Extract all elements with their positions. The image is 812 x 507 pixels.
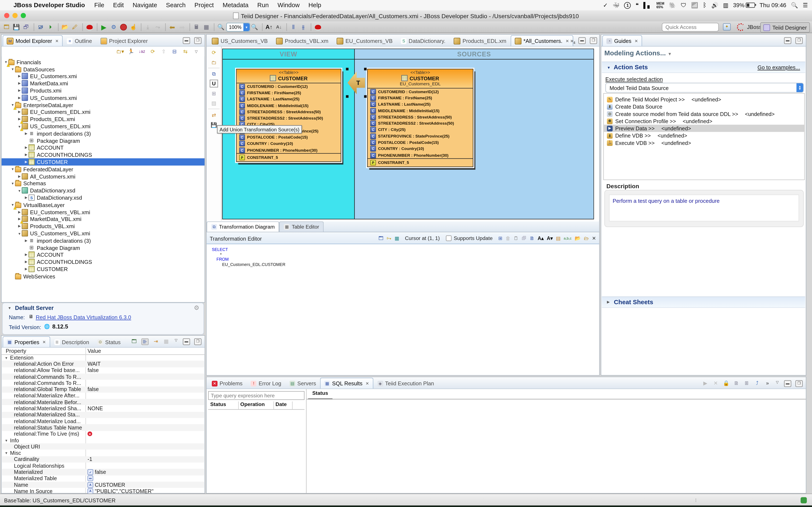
tree-item-virtualbaselayer-20[interactable]: ▼VirtualBaseLayer [1, 201, 204, 209]
expand-closed-icon[interactable]: ▶ [17, 89, 22, 93]
group-collapse-icon[interactable]: ▼ [5, 356, 8, 359]
open-folder-button[interactable]: 📂 [61, 22, 69, 32]
up-button[interactable]: ⇧ [159, 49, 168, 54]
expand-open-icon[interactable]: ▼ [10, 182, 15, 185]
add-transformation-source-icon[interactable]: ⊞ [209, 89, 218, 97]
tree-item-eu-customers-xmi-2[interactable]: ▶EU_Customers.xmi [1, 73, 204, 80]
align-horizontal-button[interactable]: ⫴ [289, 22, 298, 32]
reconcile-transformation-icon[interactable]: ⇄ [209, 111, 218, 119]
export-sql-icon[interactable]: 🗁 [584, 235, 589, 241]
results-overflow-icon[interactable]: » [764, 380, 770, 387]
table-column-phonenumber[interactable]: CPHONENUMBER : PhoneNumber(30) [368, 152, 473, 158]
font-increase-button[interactable]: A↑ [264, 22, 273, 32]
action-set-dropdown[interactable]: Model Teiid Data Source ▲▼ [605, 83, 804, 93]
execute-selected-action-link[interactable]: Execute selected action [605, 76, 663, 82]
property-row-info-13[interactable]: ▼Info [1, 437, 204, 443]
menu-clock[interactable]: Thu 09:46 [760, 2, 786, 8]
menu-help[interactable]: Help [308, 1, 321, 9]
property-row-cardinality-16[interactable]: Cardinality-1 [1, 456, 204, 463]
editor-maximize-icon[interactable]: ❒ [590, 37, 597, 44]
save-button[interactable]: 💾 [12, 22, 21, 32]
view-customer-table[interactable]: <<Table>> CUSTOMER CCUSTOMERID : Custome… [236, 69, 341, 162]
tree-item-import-declarations-3-25[interactable]: ▶≣import declarations (3) [1, 237, 204, 244]
debug-button[interactable]: 🞂 [46, 22, 55, 32]
action-sets-section[interactable]: ▼ Action Sets Go to examples... [602, 61, 805, 73]
property-row-relational-time-to-live-ms-12[interactable]: relational:Time To Live (ms)✕ [1, 431, 204, 437]
tree-item-eu-customers-edl-xmi-7[interactable]: ▶EU_Customers_EDL.xmi [1, 108, 204, 116]
show-advanced-button[interactable]: ⇥ [153, 338, 159, 345]
property-row-relational-action-on-error-1[interactable]: relational:Action On ErrorWAIT [1, 361, 204, 367]
expand-open-icon[interactable]: ▼ [10, 67, 15, 71]
tree-item-datasources-1[interactable]: ▼DataSources [1, 66, 204, 73]
new-property-button[interactable]: 🗔 [131, 338, 137, 345]
tree-item-account-27[interactable]: ▶ACCOUNT [1, 251, 204, 258]
up-package-icon[interactable]: 🗀 [209, 58, 218, 66]
console-button[interactable]: 🖳 [36, 22, 45, 32]
modeling-actions-header[interactable]: Modeling Actions... ▼ [604, 49, 672, 57]
property-value[interactable]: ACUSTOMER [88, 482, 125, 488]
editor-minimize-icon[interactable]: ▬ [578, 37, 586, 44]
table-column-country[interactable]: CCOUNTRY : Country(10) [368, 146, 473, 152]
dropdown-stepper-icon[interactable]: ▲▼ [797, 83, 803, 92]
close-editor-icon[interactable]: ✕ [592, 235, 596, 241]
redhat-docs-button[interactable] [313, 22, 322, 32]
table-column-phonenumber[interactable]: CPHONENUMBER : PhoneNumber(30) [237, 147, 341, 153]
table-column-firstname[interactable]: CFIRSTNAME : FirstName(25) [237, 90, 341, 96]
property-row-relational-materialized-sta-9[interactable]: relational:Materialized Sta... [1, 412, 204, 418]
close-tab-icon[interactable]: ✕ [366, 381, 369, 386]
table-column-firstname[interactable]: CFIRSTNAME : FirstName(25) [368, 95, 473, 101]
expand-closed-icon[interactable]: ▶ [24, 252, 29, 257]
new-table-button[interactable]: ▦ [202, 22, 211, 32]
tree-item-import-declarations-3-10[interactable]: ▶≣import declarations (3) [1, 130, 204, 137]
table-column-streetaddress[interactable]: CSTREETADDRESS : StreetAddress(50) [368, 114, 473, 120]
font-decrease-button[interactable]: A↓ [274, 22, 283, 32]
tab-teiid-execution-plan[interactable]: ◈Teiid Execution Plan [373, 378, 438, 389]
layout-icon[interactable]: ▌▖ [643, 0, 652, 10]
expand-closed-icon[interactable]: ▶ [17, 110, 22, 114]
postgres-icon[interactable]: 🐘 [669, 0, 676, 10]
tree-item-customer-14[interactable]: ▶CUSTOMER [1, 158, 204, 166]
property-value[interactable]: false [88, 368, 99, 373]
expand-closed-icon[interactable]: ▶ [17, 174, 22, 178]
vpn-icon[interactable]: 🛡 [681, 0, 687, 10]
lock-result-icon[interactable]: 🔒 [723, 380, 729, 387]
tree-item-financials-0[interactable]: ▼Financials [1, 59, 204, 66]
results-maximize-icon[interactable]: ❒ [796, 380, 803, 387]
notification-center-icon[interactable]: ☰ [803, 0, 808, 10]
menu-metadata[interactable]: Metadata [223, 1, 249, 9]
close-tab-icon[interactable]: ✕ [635, 39, 638, 43]
abc-order-icon[interactable]: a,b,c [564, 236, 571, 240]
criteria-builder-icon[interactable]: 🗒 [514, 235, 518, 241]
action-preview-data[interactable]: ▶Preview Data >><undefined> [604, 125, 804, 132]
refresh-button[interactable]: ⟳ [149, 49, 157, 54]
remove-source-icon[interactable]: 🗑 [506, 235, 510, 241]
stop-button[interactable] [119, 22, 128, 32]
search-transformation-icon[interactable]: 🗝 [387, 235, 392, 241]
collapse-all-button[interactable]: ⊟ [170, 49, 179, 54]
tab-guides[interactable]: ◔Guides✕ [602, 35, 642, 46]
action-define-teiid-model-project[interactable]: ✎Define Teiid Model Project >><undefined… [604, 96, 804, 103]
section-collapse-icon[interactable]: ▼ [607, 65, 610, 69]
bluetooth-icon[interactable]: ᛒ [703, 0, 707, 10]
view-menu-icon[interactable]: ▽ [192, 49, 200, 54]
zoom-out-button[interactable]: 🔍 [250, 22, 259, 32]
property-value[interactable]: -1 [88, 456, 92, 462]
menu-navigate[interactable]: Navigate [133, 1, 157, 9]
tab-us-customers-vb[interactable]: US_Customers_VB [208, 35, 272, 46]
app-menu[interactable]: JBoss Developer Studio [13, 1, 85, 9]
table-column-country[interactable]: CCOUNTRY : Country(10) [237, 140, 341, 147]
tab-outline[interactable]: ≡Outline [63, 35, 96, 46]
property-row-object-uri-14[interactable]: Object URI [1, 443, 204, 450]
tree-item-us-customers-vbl-xmi-24[interactable]: ▼US_Customers_VBL.xmi [1, 230, 204, 237]
validate-sql-icon[interactable]: ▤ [556, 235, 561, 241]
cheat-sheets-section[interactable]: ▶ Cheat Sheets [602, 296, 805, 308]
tree-item-schemas-17[interactable]: ▼Schemas [1, 180, 204, 187]
property-row-relational-global-temp-table-5[interactable]: relational:Global Temp Tablefalse [1, 386, 204, 393]
tab-datadictionary[interactable]: SDataDictionary. [397, 35, 450, 46]
selection-handle[interactable] [346, 68, 349, 70]
property-row-misc-15[interactable]: ▼Misc [1, 450, 204, 456]
menu-edit[interactable]: Edit [113, 1, 124, 9]
date-column-header[interactable]: Date [275, 401, 287, 407]
results-minimize-icon[interactable]: ▬ [784, 380, 791, 387]
guides-maximize-icon[interactable]: ❒ [796, 37, 803, 44]
